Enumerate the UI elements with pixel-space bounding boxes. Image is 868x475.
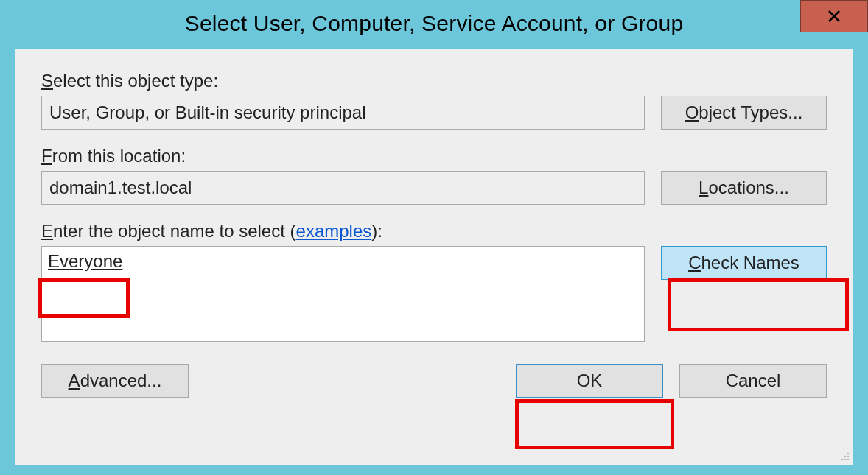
object-types-button[interactable]: Object Types...	[661, 96, 827, 130]
dialog-window: Select User, Computer, Service Account, …	[0, 0, 868, 475]
close-icon	[827, 9, 841, 24]
svg-point-6	[844, 456, 847, 458]
ok-button[interactable]: OK	[516, 364, 663, 398]
window-title: Select User, Computer, Service Account, …	[185, 11, 684, 36]
resize-grip-icon[interactable]	[839, 450, 850, 462]
check-names-button[interactable]: Check Names	[661, 246, 827, 280]
examples-link[interactable]: examples	[296, 221, 372, 241]
svg-point-4	[841, 459, 844, 461]
svg-point-7	[847, 453, 850, 455]
titlebar: Select User, Computer, Service Account, …	[0, 0, 868, 47]
locations-button[interactable]: Locations...	[661, 171, 827, 205]
svg-point-3	[844, 459, 847, 461]
location-label: From this location:	[41, 146, 827, 166]
location-field: domain1.test.local	[41, 171, 645, 205]
resolved-name: Everyone	[48, 251, 124, 272]
close-button[interactable]	[800, 0, 868, 32]
object-type-label: Select this object type:	[41, 71, 827, 91]
svg-point-5	[847, 456, 850, 458]
object-names-input[interactable]: Everyone	[41, 246, 645, 342]
object-type-field: User, Group, or Built-in security princi…	[41, 96, 645, 130]
advanced-button[interactable]: Advanced...	[41, 364, 189, 398]
dialog-content: Select this object type: User, Group, or…	[15, 49, 853, 465]
object-names-label: Enter the object name to select (example…	[41, 221, 827, 242]
svg-point-2	[847, 459, 850, 461]
cancel-button[interactable]: Cancel	[679, 364, 827, 398]
